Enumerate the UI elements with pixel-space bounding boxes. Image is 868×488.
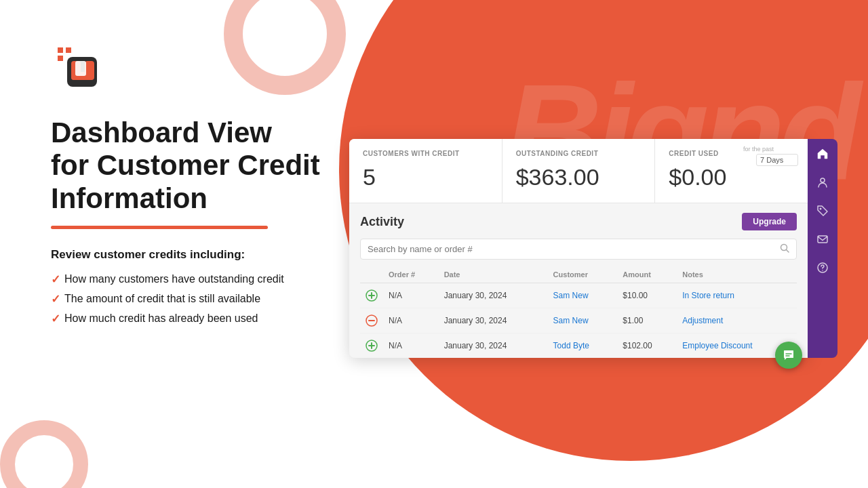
svg-point-22: [822, 270, 823, 271]
row-icon-cell: [360, 283, 383, 308]
action-icon: [366, 340, 378, 352]
stat-outstanding: OUTSTANDING CREDIT $363.00: [502, 139, 656, 203]
activity-title: Activity: [360, 215, 404, 229]
table-row: N/A January 30, 2024 Sam New $1.00 Adjus…: [360, 308, 797, 333]
row-notes[interactable]: Adjustment: [677, 308, 797, 333]
activity-section: Activity Upgrade Order # Date: [349, 203, 808, 358]
stat-credit-used: for the past CREDIT USED $0.00 7 Days 30…: [655, 139, 808, 203]
sidebar-help-icon[interactable]: [814, 260, 831, 276]
customers-value: 5: [363, 164, 488, 190]
row-notes[interactable]: In Store return: [677, 283, 797, 308]
activity-table: Order # Date Customer Amount Notes N/A J…: [360, 266, 797, 358]
notes-link[interactable]: Adjustment: [682, 316, 723, 325]
customer-link[interactable]: Sam New: [553, 291, 589, 300]
svg-rect-20: [818, 236, 827, 243]
row-icon-cell: [360, 308, 383, 333]
col-notes: Notes: [677, 266, 797, 283]
title-divider: [51, 226, 268, 229]
logo-container: [51, 41, 383, 95]
dashboard-main: CUSTOMERS WITH CREDIT 5 OUTSTANDING CRED…: [349, 139, 808, 358]
dashboard-panel: CUSTOMERS WITH CREDIT 5 OUTSTANDING CRED…: [349, 139, 837, 358]
row-amount: $1.00: [617, 308, 677, 333]
col-customer: Customer: [548, 266, 618, 283]
customer-link[interactable]: Todd Byte: [553, 341, 589, 350]
col-order: Order #: [383, 266, 439, 283]
search-input[interactable]: [368, 244, 780, 254]
svg-rect-2: [58, 56, 63, 61]
svg-point-19: [820, 208, 822, 210]
logo: [51, 41, 383, 95]
upgrade-button[interactable]: Upgrade: [742, 213, 797, 230]
bg-bottom-left-ring: [0, 420, 88, 488]
sidebar-users-icon[interactable]: [814, 174, 831, 190]
left-panel: Dashboard View for Customer Credit Infor…: [51, 41, 383, 331]
stat-customers: CUSTOMERS WITH CREDIT 5: [349, 139, 502, 203]
page-title: Dashboard View for Customer Credit Infor…: [51, 117, 383, 215]
stats-row: CUSTOMERS WITH CREDIT 5 OUTSTANDING CRED…: [349, 139, 808, 203]
feature-list: How many customers have outstanding cred…: [51, 272, 383, 326]
sidebar-tag-icon[interactable]: [814, 203, 831, 219]
for-past-label: for the past: [743, 146, 774, 152]
row-order: N/A: [383, 333, 439, 359]
chat-button[interactable]: [775, 342, 802, 369]
table-row: N/A January 30, 2024 Sam New $10.00 In S…: [360, 283, 797, 308]
row-date: January 30, 2024: [439, 308, 548, 333]
right-sidebar: [808, 139, 837, 358]
row-order: N/A: [383, 283, 439, 308]
row-icon-cell: [360, 333, 383, 359]
row-date: January 30, 2024: [439, 283, 548, 308]
customers-label: CUSTOMERS WITH CREDIT: [363, 150, 488, 157]
row-order: N/A: [383, 308, 439, 333]
notes-link[interactable]: Employee Discount: [682, 341, 752, 350]
row-customer[interactable]: Todd Byte: [548, 333, 618, 359]
action-icon: [366, 289, 378, 302]
svg-rect-6: [85, 61, 94, 80]
row-amount: $10.00: [617, 283, 677, 308]
activity-header: Activity Upgrade: [360, 213, 797, 230]
col-date: Date: [439, 266, 548, 283]
table-header-row: Order # Date Customer Amount Notes: [360, 266, 797, 283]
col-icon: [360, 266, 383, 283]
feature-item-1: How many customers have outstanding cred…: [51, 272, 383, 287]
notes-link[interactable]: In Store return: [682, 291, 734, 300]
svg-rect-0: [58, 47, 63, 53]
sidebar-mail-icon[interactable]: [814, 231, 831, 247]
svg-point-18: [821, 178, 825, 182]
col-amount: Amount: [617, 266, 677, 283]
svg-rect-1: [66, 47, 71, 53]
credit-used-value: $0.00: [669, 164, 794, 190]
row-amount: $102.00: [617, 333, 677, 359]
feature-item-3: How much credit has already been used: [51, 312, 383, 326]
row-customer[interactable]: Sam New: [548, 283, 618, 308]
time-filter-select[interactable]: 7 Days 30 Days 90 Days: [756, 154, 798, 166]
outstanding-value: $363.00: [516, 164, 642, 190]
feature-item-2: The amount of credit that is still avail…: [51, 292, 383, 306]
action-icon: [366, 314, 378, 327]
search-bar[interactable]: [360, 239, 797, 260]
subtitle: Review customer credits including:: [51, 248, 383, 262]
search-icon: [780, 243, 789, 255]
table-row: N/A January 30, 2024 Todd Byte $102.00 E…: [360, 333, 797, 359]
row-date: January 30, 2024: [439, 333, 548, 359]
customer-link[interactable]: Sam New: [553, 316, 589, 325]
row-customer[interactable]: Sam New: [548, 308, 618, 333]
sidebar-home-icon[interactable]: [814, 146, 831, 162]
svg-line-9: [787, 250, 789, 253]
svg-rect-7: [75, 61, 86, 76]
outstanding-label: OUTSTANDING CREDIT: [516, 150, 642, 157]
